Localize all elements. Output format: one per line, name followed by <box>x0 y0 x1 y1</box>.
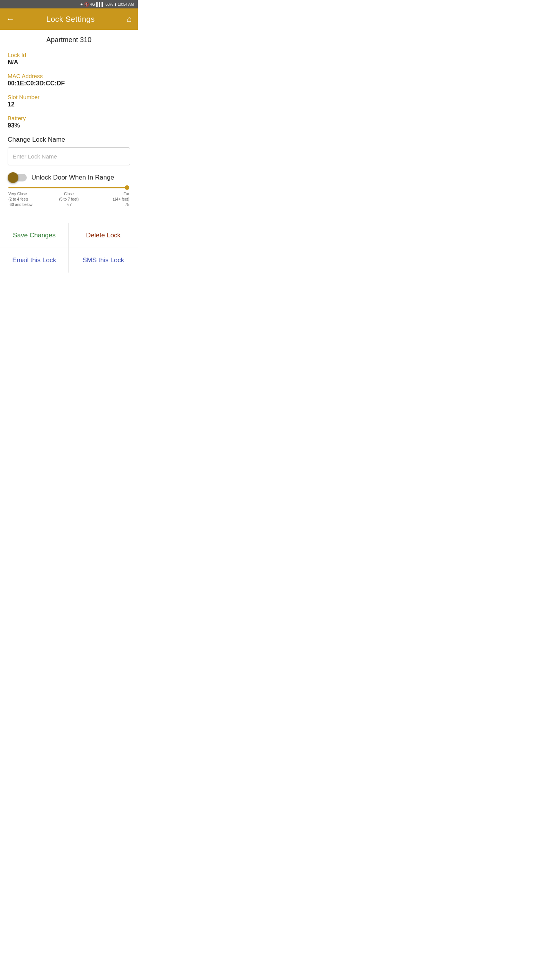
email-lock-button[interactable]: Email this Lock <box>0 248 69 273</box>
slider-label-close: Close (5 to 7 feet) -67 <box>49 191 89 207</box>
slot-number-label: Slot Number <box>8 94 130 100</box>
slider-label-far: Far (14+ feet) -75 <box>89 191 129 207</box>
bottom-buttons: Save Changes Delete Lock Email this Lock… <box>0 223 138 273</box>
slider-label-very-close: Very Close (2 to 4 feet) -60 and below <box>8 191 49 207</box>
battery-label: Battery <box>8 115 130 121</box>
slot-number-field: Slot Number 12 <box>8 94 130 108</box>
delete-lock-button[interactable]: Delete Lock <box>69 223 138 248</box>
app-header: ← Lock Settings ⌂ <box>0 8 138 30</box>
slider-track[interactable] <box>8 187 129 188</box>
main-content: Apartment 310 Lock Id N/A MAC Address 00… <box>0 30 138 217</box>
time: 10:54 AM <box>118 2 134 7</box>
battery-icon: ▮ <box>114 2 117 7</box>
slot-number-value: 12 <box>8 101 130 108</box>
mac-address-field: MAC Address 00:1E:C0:3D:CC:DF <box>8 73 130 87</box>
slider-label-far-title: Far <box>89 191 129 197</box>
slider-label-far-value: -75 <box>89 202 129 207</box>
slider-label-close-value: -67 <box>49 202 89 207</box>
lock-id-field: Lock Id N/A <box>8 52 130 66</box>
status-bar: ✦ 🔇 4G ▌▌▌ 68% ▮ 10:54 AM <box>0 0 138 8</box>
slider-thumb[interactable] <box>125 185 129 190</box>
slider-label-close-title: Close <box>49 191 89 197</box>
battery-value: 93% <box>8 122 130 129</box>
toggle-thumb <box>8 172 18 183</box>
change-lock-name-label: Change Lock Name <box>8 136 130 144</box>
battery-field: Battery 93% <box>8 115 130 129</box>
mac-address-value: 00:1E:C0:3D:CC:DF <box>8 80 130 87</box>
toggle-row[interactable]: Unlock Door When In Range <box>8 172 130 183</box>
lock-id-value: N/A <box>8 59 130 66</box>
page-title: Lock Settings <box>46 15 95 24</box>
range-slider-container: Very Close (2 to 4 feet) -60 and below C… <box>8 187 130 207</box>
slider-label-very-close-value: -60 and below <box>8 202 49 207</box>
bluetooth-icon: ✦ <box>80 2 83 7</box>
status-icons: ✦ 🔇 4G ▌▌▌ 68% ▮ 10:54 AM <box>80 2 134 7</box>
battery-percent: 68% <box>106 2 113 7</box>
lock-display-name: Apartment 310 <box>8 36 130 44</box>
lock-id-label: Lock Id <box>8 52 130 58</box>
sms-lock-button[interactable]: SMS this Lock <box>69 248 138 273</box>
mac-address-label: MAC Address <box>8 73 130 79</box>
signal-icon: ▌▌▌ <box>96 2 104 7</box>
slider-label-very-close-subtitle: (2 to 4 feet) <box>8 197 49 202</box>
home-button[interactable]: ⌂ <box>127 14 132 24</box>
slider-label-very-close-title: Very Close <box>8 191 49 197</box>
unlock-toggle[interactable] <box>8 172 27 183</box>
toggle-label: Unlock Door When In Range <box>31 174 114 181</box>
network-icon: 4G <box>90 2 95 7</box>
mute-icon: 🔇 <box>84 2 89 7</box>
back-button[interactable]: ← <box>6 14 15 24</box>
slider-label-close-subtitle: (5 to 7 feet) <box>49 197 89 202</box>
slider-label-far-subtitle: (14+ feet) <box>89 197 129 202</box>
slider-labels: Very Close (2 to 4 feet) -60 and below C… <box>8 191 129 207</box>
save-changes-button[interactable]: Save Changes <box>0 223 69 248</box>
lock-name-input[interactable] <box>8 147 130 165</box>
